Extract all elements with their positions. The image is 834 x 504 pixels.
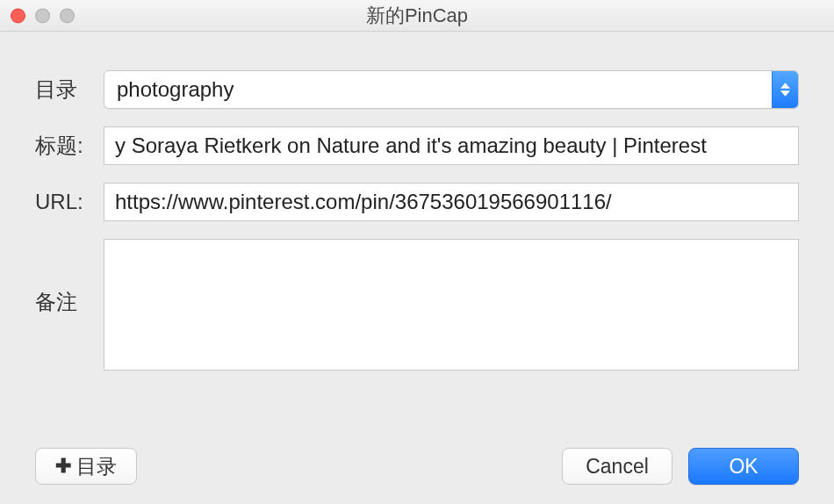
maximize-window-button[interactable] (60, 8, 75, 23)
close-window-button[interactable] (11, 8, 25, 23)
window-title: 新的PinCap (366, 3, 468, 29)
dialog-footer: ✚ 目录 Cancel OK (0, 414, 834, 485)
cancel-button[interactable]: Cancel (562, 448, 672, 485)
plus-icon: ✚ (55, 457, 71, 476)
dialog-content: 目录 标题: URL: 备注 (0, 32, 834, 414)
label-title: 标题: (35, 132, 104, 160)
ok-label: OK (729, 455, 758, 479)
row-title: 标题: (35, 126, 799, 165)
label-notes: 备注 (35, 239, 104, 316)
directory-combobox[interactable] (104, 70, 799, 109)
row-url: URL: (35, 183, 799, 221)
directory-dropdown-button[interactable] (772, 71, 798, 108)
chevron-up-icon (780, 83, 790, 89)
row-directory: 目录 (35, 70, 799, 109)
chevron-down-icon (780, 90, 790, 97)
footer-right-buttons: Cancel OK (562, 448, 799, 485)
label-url: URL: (35, 190, 104, 214)
minimize-window-button[interactable] (35, 8, 50, 23)
titlebar: 新的PinCap (0, 0, 834, 32)
add-directory-label: 目录 (76, 453, 117, 480)
url-input[interactable] (104, 183, 799, 221)
label-directory: 目录 (35, 76, 104, 104)
cancel-label: Cancel (586, 455, 649, 479)
notes-textarea[interactable] (104, 239, 799, 371)
add-directory-button[interactable]: ✚ 目录 (35, 448, 137, 485)
row-notes: 备注 (35, 239, 799, 376)
window-controls (11, 8, 75, 23)
directory-input[interactable] (104, 71, 772, 108)
title-input[interactable] (104, 126, 799, 165)
ok-button[interactable]: OK (688, 448, 799, 485)
